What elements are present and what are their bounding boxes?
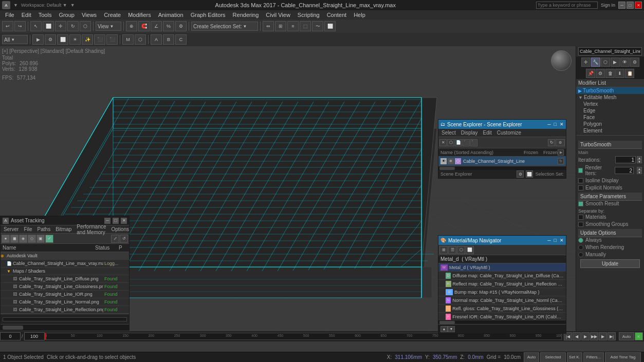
asset-minimize-btn[interactable]: ─ [104, 218, 111, 224]
mat-row-main[interactable]: M Metal_d ( VRayMtl ) [438, 263, 566, 272]
se-menu-select[interactable]: Select [439, 130, 458, 136]
menu-rendering[interactable]: Rendering [230, 11, 262, 18]
asset-tb-7[interactable]: ⤢ [111, 235, 119, 243]
menu-tools[interactable]: Tools [35, 11, 55, 18]
always-radio[interactable] [578, 238, 583, 243]
timeline-total[interactable]: 100 [24, 332, 45, 340]
se-object-row[interactable]: 👁 ❄ ⬡ Cable_Channel_Straight_Line ↻ [438, 157, 566, 166]
asset-tb-4[interactable]: ◇ [28, 235, 36, 243]
asset-menu-file[interactable]: File [22, 226, 34, 232]
asset-menu-performance[interactable]: Performance and Memory [75, 224, 108, 235]
mat-name-input[interactable] [440, 256, 564, 262]
rp-collapse-btn[interactable]: ⬇ [615, 69, 624, 78]
timeline-current[interactable]: 0 [0, 332, 21, 340]
asset-row-vault[interactable]: ⊕ Autodesk Vault [1, 252, 129, 260]
ribbon-btn[interactable]: ⬜ [324, 21, 336, 31]
modifier-element[interactable]: Element [576, 127, 644, 134]
move-btn[interactable]: ✛ [55, 21, 66, 31]
rp-create-tab[interactable]: ✛ [581, 58, 591, 67]
isoline-cb[interactable] [578, 178, 583, 183]
schematic-view-btn[interactable]: ⬡ [135, 34, 146, 45]
modifier-turbosmooth[interactable]: ▶ TurboSmooth [576, 87, 644, 94]
asset-tb-8[interactable]: ↺ [120, 235, 128, 243]
se-tb-4[interactable]: ⬛ [463, 139, 470, 146]
render-settings-btn[interactable]: ⚙ [45, 34, 56, 45]
mat-close-btn[interactable]: ✕ [560, 238, 564, 243]
mat-collapse-btn[interactable]: ▼ [448, 326, 455, 332]
asset-tb-3[interactable]: ◈ [19, 235, 27, 243]
se-sync-btn[interactable]: ↻ [548, 139, 555, 146]
se-bottom-btn[interactable]: ⚙ [517, 170, 524, 178]
object-name-field[interactable] [578, 47, 642, 55]
smooth-result-cb[interactable] [578, 201, 583, 206]
render-iters-value[interactable]: 2 [615, 167, 634, 174]
rotate-btn[interactable]: ↻ [67, 21, 79, 31]
render-iters-cb[interactable] [578, 168, 583, 173]
mat-tb-tree[interactable]: ⬡ [457, 246, 465, 254]
filters-btn[interactable]: Filters... [583, 352, 604, 363]
se-menu-display[interactable]: Display [459, 130, 480, 136]
se-selection-btn[interactable]: ⬜ [526, 170, 533, 178]
close-btn[interactable]: ✕ [635, 2, 642, 9]
menu-create[interactable]: Create [101, 11, 124, 18]
scale-btn[interactable]: ⬡ [80, 21, 91, 31]
add-time-tag-btn[interactable]: Add Time Tag [605, 352, 641, 363]
asset-row-maps-folder[interactable]: ▼ Maps / Shaders [1, 268, 129, 275]
text-B-btn[interactable]: B [163, 34, 174, 45]
se-menu-edit[interactable]: Edit [481, 130, 494, 136]
selected-mode-btn[interactable]: Selected [540, 352, 566, 363]
angle-snap-btn[interactable]: ∠ [151, 21, 162, 31]
set-key-btn[interactable]: Set K. [567, 352, 582, 363]
timeline-playhead[interactable] [45, 333, 46, 339]
effects-btn[interactable]: ✨ [82, 34, 93, 45]
mat-row-bump[interactable]: B Bump map: Map #15 ( VRayNormalMap ) [438, 288, 566, 296]
pivot-btn[interactable]: ⊕ [126, 21, 137, 31]
mat-v-scroll[interactable] [438, 320, 566, 324]
sign-in-btn[interactable]: Sign In [601, 3, 615, 8]
undo-btn[interactable]: ↩ [2, 21, 13, 31]
environment-btn[interactable]: ☀ [69, 34, 81, 45]
pct-snap-btn[interactable]: % [163, 21, 174, 31]
menu-scripting[interactable]: Scripting [295, 11, 323, 18]
goto-end-btn[interactable]: ▶| [608, 332, 616, 340]
align-btn[interactable]: ≡ [287, 21, 299, 31]
menu-help[interactable]: Help [351, 11, 369, 18]
select-btn[interactable]: ↖ [30, 21, 42, 31]
mat-scroll-thumb[interactable] [439, 321, 455, 324]
when-rendering-radio[interactable] [578, 245, 583, 250]
asset-row-diffuse[interactable]: 🖼 Cable_Tray_Straight_Line_Diffuse.png F… [1, 275, 129, 283]
rp-utilities-tab[interactable]: ⚙ [630, 58, 639, 67]
se-tb-2[interactable]: ⬡ [447, 139, 454, 146]
asset-row-ior[interactable]: 🖼 Cable_Tray_Straight_Line_IOR.png Found [1, 291, 129, 298]
asset-tb-1[interactable]: ● [2, 235, 10, 243]
mat-tb-list[interactable]: ☰ [448, 246, 456, 254]
se-tb-1[interactable]: ✕ [439, 139, 447, 146]
mat-row-gloss[interactable]: G Refl. gloss: Cable_Tray_Straight_Line_… [438, 304, 566, 313]
se-close-btn[interactable]: ✕ [560, 122, 564, 127]
rp-del-btn[interactable]: 🗑 [605, 69, 615, 78]
se-minimize-btn[interactable]: ─ [547, 122, 550, 127]
text-C-btn[interactable]: C [175, 34, 187, 45]
spinner-snap-btn[interactable]: ⚙ [175, 21, 187, 31]
menu-graph-editors[interactable]: Graph Editors [188, 11, 229, 18]
se-tb-3[interactable]: 📄 [455, 139, 462, 146]
mat-row-fresnel[interactable]: F Fresnel IOR: Cable_Tray_Straight_Line_… [438, 313, 566, 320]
mat-row-diffuse[interactable]: D Diffuse map: Cable_Tray_Straight_Line_… [438, 272, 566, 280]
coord-mode-btn[interactable]: Auto [524, 352, 539, 363]
selection-set-dropdown[interactable]: Create Selection Set: ▼ [191, 22, 258, 31]
maximize-btn[interactable]: □ [627, 2, 634, 9]
menu-views[interactable]: Views [79, 11, 100, 18]
se-scroll-right[interactable]: ▶ [558, 149, 564, 156]
manually-radio[interactable] [578, 252, 583, 257]
menu-file[interactable]: File [2, 11, 17, 18]
se-row-scroll[interactable]: ↻ [558, 158, 564, 164]
menu-animation[interactable]: Animation [155, 11, 187, 18]
curve-btn[interactable]: 〜 [312, 21, 323, 31]
se-tb-5[interactable]: ⬛ [470, 139, 477, 146]
array-btn[interactable]: ⊞ [275, 21, 286, 31]
asset-tb-6[interactable]: ✔ [45, 235, 53, 243]
asset-menu-paths[interactable]: Paths [35, 226, 53, 232]
update-btn[interactable]: Update [580, 259, 640, 268]
redo-btn[interactable]: ↪ [14, 21, 26, 31]
modifier-vertex[interactable]: Vertex [576, 101, 644, 107]
